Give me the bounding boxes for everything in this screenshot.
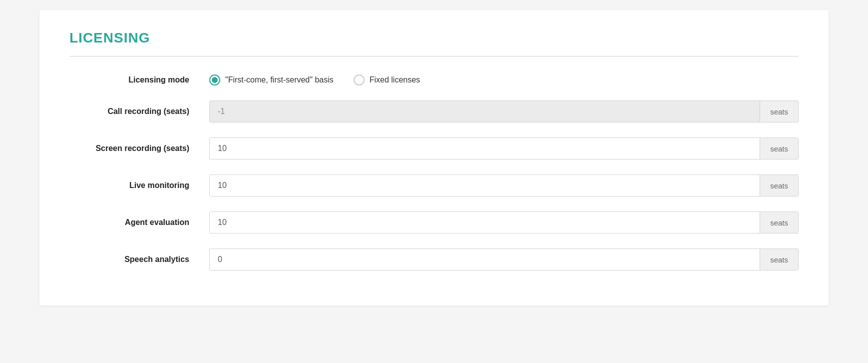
radio-first-come-indicator[interactable] — [209, 74, 220, 86]
speech-analytics-label: Speech analytics — [69, 255, 209, 264]
screen-recording-input[interactable] — [210, 138, 760, 159]
screen-recording-suffix: seats — [760, 138, 798, 159]
page-title: LICENSING — [69, 30, 799, 46]
live-monitoring-input[interactable] — [210, 175, 760, 196]
speech-analytics-suffix: seats — [760, 249, 798, 270]
licensing-mode-label: Licensing mode — [69, 76, 209, 84]
agent-evaluation-label: Agent evaluation — [69, 218, 209, 227]
call-recording-input-wrapper: seats — [209, 100, 799, 122]
call-recording-input[interactable] — [210, 101, 760, 122]
live-monitoring-suffix: seats — [760, 175, 798, 196]
live-monitoring-input-wrapper: seats — [209, 174, 799, 196]
call-recording-label: Call recording (seats) — [69, 107, 209, 116]
licensing-mode-row: Licensing mode "First-come, first-served… — [69, 74, 799, 86]
agent-evaluation-row: Agent evaluation seats — [69, 212, 799, 234]
divider — [69, 56, 799, 56]
radio-option-first-come[interactable]: "First-come, first-served" basis — [209, 74, 334, 86]
speech-analytics-row: Speech analytics seats — [69, 248, 799, 270]
radio-fixed-indicator[interactable] — [354, 74, 365, 86]
speech-analytics-input-wrapper: seats — [209, 248, 799, 270]
agent-evaluation-input[interactable] — [210, 212, 760, 233]
radio-first-come-label: "First-come, first-served" basis — [225, 76, 334, 84]
call-recording-row: Call recording (seats) seats — [69, 100, 799, 122]
screen-recording-row: Screen recording (seats) seats — [69, 138, 799, 160]
screen-recording-label: Screen recording (seats) — [69, 144, 209, 153]
screen-recording-input-wrapper: seats — [209, 138, 799, 160]
licensing-panel: LICENSING Licensing mode "First-come, fi… — [39, 10, 829, 306]
speech-analytics-input[interactable] — [210, 249, 760, 270]
licensing-mode-options: "First-come, first-served" basis Fixed l… — [209, 74, 420, 86]
agent-evaluation-suffix: seats — [760, 212, 798, 233]
radio-fixed-label: Fixed licenses — [370, 76, 420, 84]
live-monitoring-row: Live monitoring seats — [69, 174, 799, 196]
radio-option-fixed[interactable]: Fixed licenses — [354, 74, 420, 86]
agent-evaluation-input-wrapper: seats — [209, 212, 799, 234]
live-monitoring-label: Live monitoring — [69, 181, 209, 190]
call-recording-suffix: seats — [760, 101, 798, 122]
